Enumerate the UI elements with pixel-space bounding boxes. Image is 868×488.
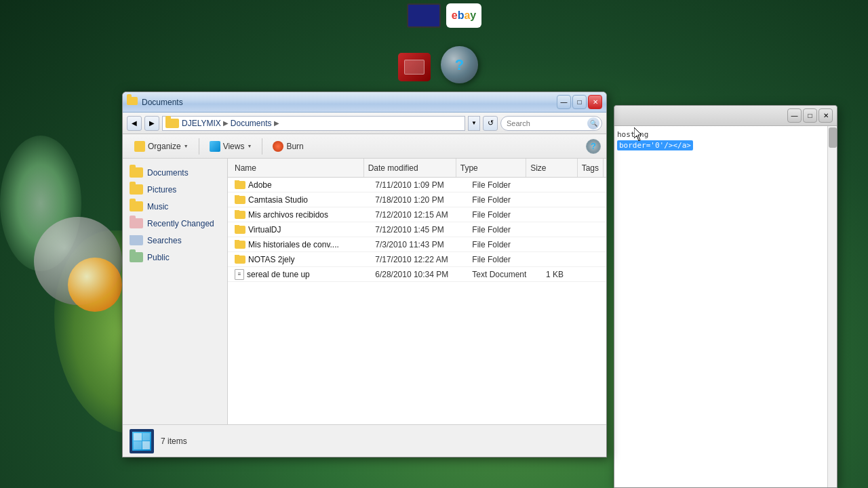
code-line-2: border='0'/></a> (617, 140, 834, 150)
refresh-button[interactable]: ↺ (483, 116, 498, 131)
file-name-text: Mis archivos recibidos (248, 210, 328, 220)
nav-item-pictures[interactable]: Pictures (123, 181, 227, 198)
toolbar-divider-2 (262, 138, 262, 155)
table-row[interactable]: NOTAS 2jely 7/17/2010 12:22 AM File Fold… (228, 252, 606, 267)
file-type: File Folder (468, 240, 542, 249)
nav-label-music: Music (147, 202, 168, 211)
path-sep-1: ▶ (223, 119, 229, 127)
main-content: Documents Pictures Music Recently Change… (123, 159, 606, 424)
document-icon (235, 269, 244, 280)
burn-icon (273, 141, 283, 152)
public-folder-icon (130, 252, 143, 262)
file-type: File Folder (468, 255, 542, 264)
folder-icon (235, 196, 245, 204)
help-button[interactable]: ? (586, 139, 601, 154)
file-name: sereal de tune up (231, 269, 371, 280)
col-header-name[interactable]: Name (231, 159, 364, 177)
file-name-text: Camtasia Studio (248, 195, 308, 205)
col-header-size[interactable]: Size (526, 159, 577, 177)
file-name-text: Adobe (248, 180, 272, 190)
back-button[interactable]: ◀ (127, 116, 142, 131)
organize-label: Organize (148, 142, 181, 151)
search-submit-button[interactable]: 🔍 (587, 117, 599, 129)
recently-changed-icon (130, 218, 143, 228)
file-name-text: sereal de tune up (247, 270, 310, 279)
searches-icon (130, 235, 143, 245)
code-text-1: hosting (617, 130, 648, 139)
address-bar: ◀ ▶ DJELYMIX ▶ Documents ▶ ▼ ↺ 🔍 (123, 113, 606, 134)
views-button[interactable]: Views ▼ (203, 137, 258, 156)
address-dropdown-button[interactable]: ▼ (468, 116, 480, 131)
file-name: NOTAS 2jely (231, 255, 371, 264)
toolbar: Organize ▼ Views ▼ Burn ? (123, 134, 606, 159)
views-label: Views (223, 142, 245, 151)
code-close-button[interactable]: ✕ (818, 108, 833, 123)
file-name-text: Mis historiales de conv.... (248, 240, 339, 249)
organize-dropdown-arrow: ▼ (184, 144, 189, 148)
file-name: Camtasia Studio (231, 195, 371, 205)
maximize-button[interactable]: □ (572, 95, 587, 109)
code-scrollbar-thumb[interactable] (829, 127, 837, 148)
code-line-1: hosting (617, 129, 834, 140)
desktop: ebay ? — □ ✕ hosting border='0'/></a> (0, 0, 868, 488)
nav-item-music[interactable]: Music (123, 198, 227, 215)
file-date: 7/17/2010 12:22 AM (371, 255, 468, 264)
close-button[interactable]: ✕ (588, 95, 602, 109)
code-scrollbar[interactable] (827, 126, 837, 487)
file-type: File Folder (468, 210, 542, 220)
file-name: Mis historiales de conv.... (231, 240, 371, 249)
help-icon: ? (591, 141, 596, 151)
file-type: File Folder (468, 180, 542, 190)
views-icon (210, 141, 220, 152)
folder-icon (235, 181, 245, 189)
table-row[interactable]: VirtualDJ 7/12/2010 1:45 PM File Folder (228, 222, 606, 237)
nav-item-recently-changed[interactable]: Recently Changed (123, 215, 227, 232)
table-row[interactable]: Mis archivos recibidos 7/12/2010 12:15 A… (228, 207, 606, 222)
table-row[interactable]: sereal de tune up 6/28/2010 10:34 PM Tex… (228, 267, 606, 282)
pictures-folder-icon (130, 184, 143, 195)
file-type: File Folder (468, 225, 542, 235)
column-headers: Name Date modified Type Size Tags (228, 159, 606, 178)
file-date: 7/12/2010 12:15 AM (371, 210, 468, 220)
desktop-icon-ebay[interactable]: ebay (446, 3, 481, 28)
views-dropdown-arrow: ▼ (247, 144, 252, 148)
code-maximize-button[interactable]: □ (803, 108, 817, 123)
forward-button[interactable]: ▶ (144, 116, 159, 131)
path-documents[interactable]: Documents (231, 119, 272, 128)
file-date: 7/3/2010 11:43 PM (371, 240, 468, 249)
explorer-title-bar: Documents — □ ✕ (123, 92, 606, 113)
file-size: 1 KB (542, 270, 595, 279)
organize-button[interactable]: Organize ▼ (128, 137, 195, 156)
code-content-area: hosting border='0'/></a> (614, 126, 837, 487)
file-name-text: VirtualDJ (248, 225, 281, 235)
file-list: Name Date modified Type Size Tags Adobe … (228, 159, 606, 424)
status-bar: 7 items (123, 424, 606, 457)
nav-item-public[interactable]: Public (123, 249, 227, 266)
burn-button[interactable]: Burn (267, 137, 309, 156)
table-row[interactable]: Mis historiales de conv.... 7/3/2010 11:… (228, 237, 606, 252)
desktop-icon-film[interactable] (407, 3, 441, 28)
code-window-title-bar: — □ ✕ (614, 106, 837, 126)
path-root[interactable]: DJELYMIX (182, 119, 221, 128)
col-header-type[interactable]: Type (456, 159, 526, 177)
code-minimize-button[interactable]: — (787, 108, 802, 123)
nav-item-documents[interactable]: Documents (123, 164, 227, 181)
minimize-button[interactable]: — (557, 95, 571, 109)
explorer-title-text: Documents (142, 98, 557, 107)
col-header-date[interactable]: Date modified (364, 159, 456, 177)
nav-label-pictures: Pictures (147, 185, 176, 195)
nav-item-searches[interactable]: Searches (123, 232, 227, 249)
file-type: Text Document (468, 270, 542, 279)
file-rows-container: Adobe 7/11/2010 1:09 PM File Folder Camt… (228, 178, 606, 282)
bottom-icon[interactable] (398, 53, 431, 81)
burn-label: Burn (286, 142, 303, 151)
file-date: 7/18/2010 1:20 PM (371, 195, 468, 205)
col-header-tags[interactable]: Tags (578, 159, 604, 177)
code-window-controls: — □ ✕ (787, 108, 833, 123)
file-date: 7/12/2010 1:45 PM (371, 225, 468, 235)
explorer-window-icon (127, 97, 138, 108)
code-editor-window: — □ ✕ hosting border='0'/></a> (614, 105, 837, 488)
table-row[interactable]: Camtasia Studio 7/18/2010 1:20 PM File F… (228, 192, 606, 207)
table-row[interactable]: Adobe 7/11/2010 1:09 PM File Folder (228, 178, 606, 192)
file-date: 7/11/2010 1:09 PM (371, 180, 468, 190)
